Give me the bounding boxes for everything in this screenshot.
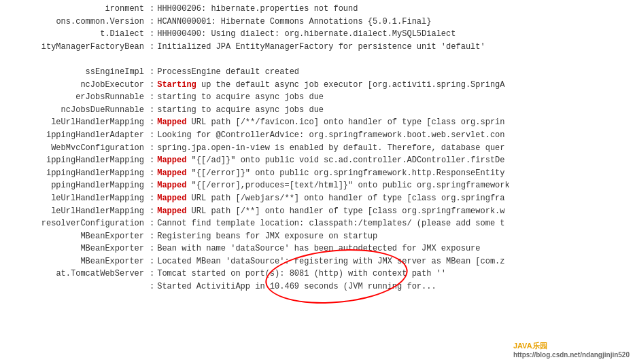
- log-message: Mapped URL path [/**] onto handler of ty…: [157, 205, 631, 218]
- log-message: Tomcat started on port(s): 8081 (http) w…: [157, 268, 631, 280]
- log-line: ironment : HHH000206: hibernate.properti…: [0, 3, 635, 16]
- log-message: Mapped URL path [/webjars/**] onto handl…: [157, 192, 631, 205]
- watermark-line1: JAVA乐园: [513, 341, 630, 351]
- log-source: MBeanExporter: [4, 230, 147, 243]
- log-line: ssEngineImpl : ProcessEngine default cre…: [0, 66, 635, 79]
- log-source: ironment: [4, 3, 147, 16]
- log-line: leUrlHandlerMapping : Mapped URL path [/…: [0, 116, 635, 129]
- log-message: Cannot find template location: classpath…: [157, 217, 631, 230]
- log-source: erJobsRunnable: [4, 91, 147, 104]
- log-source: MBeanExporter: [4, 242, 147, 255]
- log-source: ssEngineImpl: [4, 66, 147, 79]
- watermark: JAVA乐园 https://blog.csdn.net/ndangjinjin…: [513, 341, 630, 359]
- highlight-mapped-2: Mapped: [157, 156, 186, 165]
- log-message: HHH000400: Using dialect: org.hibernate.…: [157, 28, 631, 41]
- highlight-mapped-3: Mapped: [157, 168, 186, 178]
- log-line: MBeanExporter : Registering beans for JM…: [0, 230, 635, 243]
- log-source: ippingHandlerAdapter: [4, 129, 147, 142]
- log-message: starting to acquire async jobs due: [157, 104, 631, 117]
- log-message: Mapped "{[/ad]}" onto public void sc.ad.…: [157, 154, 631, 167]
- log-source: ppingHandlerMapping: [4, 179, 147, 192]
- log-line: ppingHandlerMapping : Mapped "{[/error],…: [0, 179, 635, 192]
- log-line: ityManagerFactoryBean : Initialized JPA …: [0, 41, 635, 54]
- log-source: ippingHandlerMapping: [4, 167, 147, 180]
- highlight-mapped-5: Mapped: [157, 194, 186, 203]
- highlight-mapped-6: Mapped: [157, 206, 186, 216]
- log-source: ncJobExecutor: [4, 79, 147, 92]
- log-line: leUrlHandlerMapping : Mapped URL path [/…: [0, 205, 635, 218]
- log-line: erJobsRunnable : starting to acquire asy…: [0, 91, 635, 104]
- log-message: Registering beans for JMX exposure on st…: [157, 230, 631, 243]
- log-source: resolverConfiguration: [4, 217, 147, 230]
- log-message: Started ActivitiApp in 10.469 seconds (J…: [157, 280, 631, 293]
- log-line: WebMvcConfiguration : spring.jpa.open-in…: [0, 142, 635, 155]
- log-line: ncJobsDueRunnable : starting to acquire …: [0, 104, 635, 117]
- log-line: t.Dialect : HHH000400: Using dialect: or…: [0, 28, 635, 41]
- highlight-mapped-4: Mapped: [157, 181, 186, 190]
- log-source: [4, 280, 147, 293]
- log-source: leUrlHandlerMapping: [4, 116, 147, 129]
- log-message: starting to acquire async jobs due: [157, 91, 631, 104]
- log-line: ncJobExecutor : Starting up the default …: [0, 79, 635, 92]
- log-message: Bean with name 'dataSource' has been aut…: [157, 242, 631, 255]
- log-line: at.TomcatWebServer : Tomcat started on p…: [0, 268, 635, 280]
- log-message: Mapped "{[/error],produces=[text/html]}"…: [157, 179, 631, 192]
- log-line: : Started ActivitiApp in 10.469 seconds …: [0, 280, 635, 293]
- log-line: MBeanExporter : Bean with name 'dataSour…: [0, 242, 635, 255]
- log-message: spring.jpa.open-in-view is enabled by de…: [157, 142, 631, 155]
- log-source: ons.common.Version: [4, 16, 147, 29]
- log-line: [0, 53, 635, 66]
- log-source: [4, 53, 147, 66]
- log-line: ippingHandlerMapping : Mapped "{[/error]…: [0, 167, 635, 180]
- log-line: ippingHandlerAdapter : Looking for @Cont…: [0, 129, 635, 142]
- log-message: Mapped "{[/error]}" onto public org.spri…: [157, 167, 631, 180]
- log-message: Starting up the default async job execut…: [157, 79, 631, 92]
- log-source: at.TomcatWebServer: [4, 268, 147, 280]
- log-source: ncJobsDueRunnable: [4, 104, 147, 117]
- log-message: HHH000206: hibernate.properties not foun…: [157, 3, 631, 16]
- log-line: ons.common.Version : HCANN000001: Hibern…: [0, 16, 635, 29]
- log-source: leUrlHandlerMapping: [4, 192, 147, 205]
- log-source: MBeanExporter: [4, 255, 147, 268]
- log-message: HCANN000001: Hibernate Commons Annotatio…: [157, 16, 631, 29]
- log-line: MBeanExporter : Located MBean 'dataSourc…: [0, 255, 635, 268]
- log-source: ityManagerFactoryBean: [4, 41, 147, 54]
- log-message: ProcessEngine default created: [157, 66, 631, 79]
- log-message: Initialized JPA EntityManagerFactory for…: [157, 41, 631, 54]
- log-container: ironment : HHH000206: hibernate.properti…: [0, 0, 635, 364]
- highlight-mapped-1: Mapped: [157, 117, 186, 127]
- log-line: leUrlHandlerMapping : Mapped URL path [/…: [0, 192, 635, 205]
- log-source: t.Dialect: [4, 28, 147, 41]
- log-source: leUrlHandlerMapping: [4, 205, 147, 218]
- highlight-starting: Starting: [157, 80, 196, 90]
- log-source: ippingHandlerMapping: [4, 154, 147, 167]
- watermark-line2: https://blog.csdn.net/ndangjinjin520: [513, 351, 630, 359]
- log-message: [157, 53, 631, 66]
- log-line: ippingHandlerMapping : Mapped "{[/ad]}" …: [0, 154, 635, 167]
- log-source: WebMvcConfiguration: [4, 142, 147, 155]
- log-message: Mapped URL path [/**/favicon.ico] onto h…: [157, 116, 631, 129]
- log-line: resolverConfiguration : Cannot find temp…: [0, 217, 635, 230]
- log-message: Located MBean 'dataSource': registering …: [157, 255, 631, 268]
- log-message: Looking for @ControllerAdvice: org.sprin…: [157, 129, 631, 142]
